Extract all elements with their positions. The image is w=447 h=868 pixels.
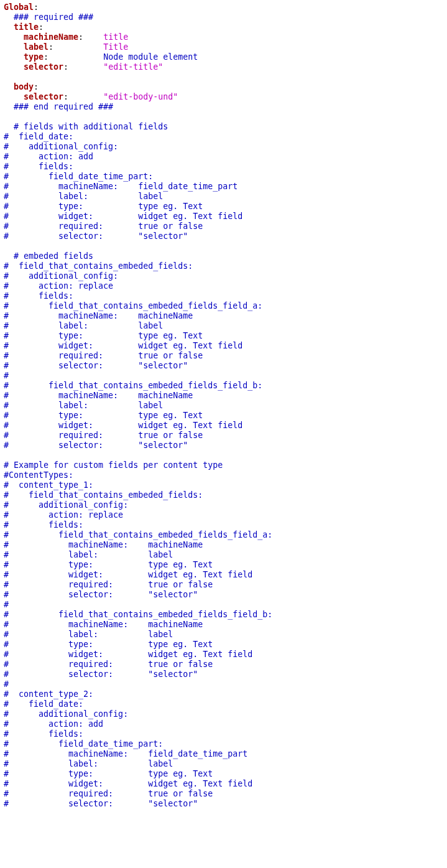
code-line: # fields:	[4, 162, 73, 171]
code-line: # field_that_contains_embeded_fields_fie…	[4, 610, 272, 619]
code-line: # fields:	[4, 291, 73, 301]
token-c: # field_that_contains_embeded_fields_fie…	[4, 530, 272, 539]
code-line: # machineName: machineName	[4, 620, 203, 629]
token-c: #	[4, 371, 9, 380]
code-line: type: Node module element	[4, 52, 198, 62]
token-c: # widget: widget eg. Text field	[4, 421, 242, 430]
token-c: # selector: "selector"	[4, 799, 198, 808]
token-c: # field_date:	[4, 699, 83, 709]
code-line: # additional_config:	[4, 709, 128, 719]
token-c: # required: true or false	[4, 431, 203, 440]
token-c: # widget: widget eg. Text field	[4, 779, 252, 788]
code-line: # required: true or false	[4, 431, 203, 440]
token-c: # field_date:	[4, 132, 73, 141]
token-c: # label: label	[4, 192, 163, 201]
code-line: # field_date_time_part:	[4, 172, 153, 181]
code-line: Global:	[4, 2, 39, 12]
token-c: # additional_config:	[4, 500, 128, 510]
token-c: # fields:	[4, 729, 83, 739]
token-c: ### required ###	[4, 12, 93, 22]
token-k2: label	[24, 42, 48, 52]
token-c	[4, 62, 24, 72]
token-c: # widget: widget eg. Text field	[4, 341, 242, 350]
code-line: # action: add	[4, 719, 103, 729]
code-line: #ContentTypes:	[4, 470, 73, 480]
code-line: # field_that_contains_embeded_fields_fie…	[4, 301, 262, 310]
code-line: # selector: "selector"	[4, 441, 188, 450]
token-c: # field_that_contains_embeded_fields_fie…	[4, 381, 262, 390]
token-c	[4, 82, 14, 91]
token-c: # type: type eg. Text	[4, 331, 203, 340]
token-s: "edit-title"	[103, 62, 163, 72]
token-c: # fields with additional fields	[4, 122, 168, 131]
token-c: # label: label	[4, 630, 173, 639]
token-c: # required: true or false	[4, 351, 203, 360]
token-k: Global	[4, 2, 34, 12]
code-line: # widget: widget eg. Text field	[4, 421, 242, 430]
token-c: # field_that_contains_embeded_fields:	[4, 261, 193, 271]
token-p: :	[48, 42, 53, 52]
code-line: #	[4, 600, 9, 609]
token-c: # selector: "selector"	[4, 231, 188, 241]
code-line: # field_date:	[4, 699, 83, 709]
token-c: # machineName: machineName	[4, 311, 193, 320]
code-line: title:	[4, 22, 44, 32]
token-c: # widget: widget eg. Text field	[4, 570, 252, 579]
token-c: #ContentTypes:	[4, 470, 73, 480]
code-line: # field_date_time_part:	[4, 739, 163, 749]
code-line: # additional_config:	[4, 142, 118, 151]
code-line: # widget: widget eg. Text field	[4, 779, 252, 788]
token-c: # label: label	[4, 759, 173, 768]
code-line: label: Title	[4, 42, 128, 52]
code-line: # machineName: machineName	[4, 391, 193, 400]
token-c: # type: type eg. Text	[4, 560, 213, 569]
token-c: # required: true or false	[4, 222, 203, 231]
token-p: :	[78, 32, 83, 42]
token-p: :	[44, 52, 48, 62]
yaml-code-block: Global: ### required ### title: machineN…	[0, 0, 447, 811]
code-line: # required: true or false	[4, 222, 203, 231]
code-line: ### required ###	[4, 12, 93, 22]
code-line: # label: label	[4, 401, 163, 410]
token-c: # type: type eg. Text	[4, 640, 213, 649]
token-c: # machineName: machineName	[4, 620, 203, 629]
code-line: # fields:	[4, 520, 83, 530]
token-s: Title	[103, 42, 128, 52]
token-c: # fields:	[4, 291, 73, 301]
code-line: # required: true or false	[4, 660, 213, 669]
token-c: # field_that_contains_embeded_fields_fie…	[4, 301, 262, 310]
code-line: # required: true or false	[4, 580, 213, 589]
token-c: # widget: widget eg. Text field	[4, 212, 242, 221]
code-line: # widget: widget eg. Text field	[4, 341, 242, 350]
token-c	[68, 92, 103, 101]
token-c: # action: add	[4, 719, 103, 729]
token-c	[68, 62, 103, 72]
code-line: # additional_config:	[4, 500, 128, 510]
token-c: #	[4, 600, 9, 609]
token-c	[53, 42, 103, 52]
token-p: :	[39, 22, 44, 32]
code-line: # label: label	[4, 192, 163, 201]
token-k2: selector	[24, 92, 63, 101]
token-c: # embeded fields	[4, 251, 93, 261]
token-v: Node module element	[103, 52, 198, 62]
code-line: # Example for custom fields per content …	[4, 460, 223, 470]
token-k2: body	[14, 82, 34, 91]
code-line: # type: type eg. Text	[4, 769, 213, 778]
token-c	[4, 32, 24, 42]
code-line: # field_that_contains_embeded_fields:	[4, 261, 193, 271]
code-line: # fields:	[4, 729, 83, 739]
token-c: # fields:	[4, 162, 73, 171]
code-line: # field_that_contains_embeded_fields_fie…	[4, 381, 262, 390]
code-line: selector: "edit-body-und"	[4, 92, 178, 101]
code-line: # widget: widget eg. Text field	[4, 570, 252, 579]
code-line: # fields with additional fields	[4, 122, 168, 131]
code-line: # additional_config:	[4, 271, 118, 281]
code-line: # field_date:	[4, 132, 73, 141]
token-c: # content_type_1:	[4, 480, 93, 490]
token-c: # action: replace	[4, 281, 113, 291]
token-c: # fields:	[4, 520, 83, 530]
code-line: # field_that_contains_embeded_fields:	[4, 490, 203, 500]
code-line: # label: label	[4, 630, 173, 639]
token-s: title	[103, 32, 128, 42]
